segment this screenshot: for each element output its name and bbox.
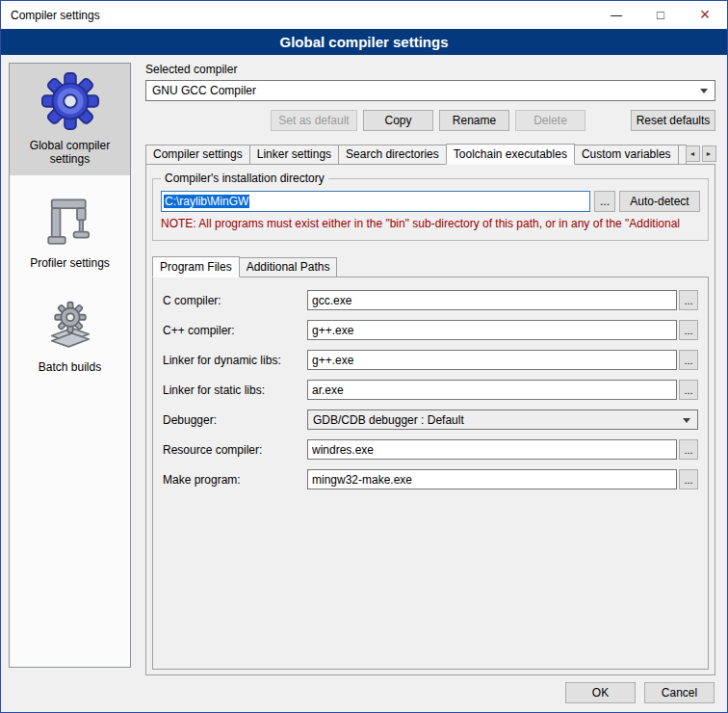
cpp-compiler-input[interactable] <box>307 320 677 340</box>
cpp-compiler-browse-button[interactable]: ... <box>679 320 698 340</box>
program-files-panel: C compiler: ... C++ compiler: ... Linker… <box>152 277 709 670</box>
copy-button[interactable]: Copy <box>363 110 433 131</box>
toolchain-executables-panel: Compiler's installation directory C:\ray… <box>145 164 715 675</box>
maximize-icon[interactable]: □ <box>638 1 683 29</box>
program-files-tabstrip: Program Files Additional Paths <box>152 256 709 277</box>
auto-detect-button[interactable]: Auto-detect <box>619 191 700 212</box>
tab-scroll-right-icon[interactable]: ► <box>702 145 716 162</box>
page-title: Global compiler settings <box>1 29 727 55</box>
resource-compiler-input[interactable] <box>307 439 677 460</box>
window-controls: — □ × <box>594 1 727 29</box>
sidebar-item-batch-builds[interactable]: Batch builds <box>10 291 130 383</box>
debugger-combobox[interactable]: GDB/CDB debugger : Default <box>307 409 698 430</box>
settings-sidebar: Global compiler settings Profiler settin… <box>9 63 131 668</box>
compiler-combobox[interactable]: GNU GCC Compiler <box>145 80 715 101</box>
install-dir-input[interactable]: C:\raylib\MinGW <box>161 191 590 212</box>
c-compiler-input[interactable] <box>307 290 677 310</box>
tab-additional-paths[interactable]: Additional Paths <box>239 257 338 277</box>
clamp-icon <box>43 195 97 249</box>
resource-compiler-browse-button[interactable]: ... <box>679 439 698 460</box>
field-row-resource-compiler: Resource compiler: ... <box>163 439 698 460</box>
sidebar-item-label: Global compiler settings <box>12 139 128 166</box>
field-row-make-program: Make program: ... <box>163 469 698 489</box>
field-row-cpp-compiler: C++ compiler: ... <box>163 320 698 340</box>
sidebar-item-label: Batch builds <box>12 360 128 374</box>
tab-custom-variables[interactable]: Custom variables <box>574 145 679 164</box>
gear-stack-icon <box>43 299 97 353</box>
install-dir-browse-button[interactable]: ... <box>594 191 615 212</box>
dialog-footer: OK Cancel <box>565 682 715 703</box>
dynamic-linker-label: Linker for dynamic libs: <box>163 354 307 367</box>
main-panel: Selected compiler GNU GCC Compiler Set a… <box>145 63 715 675</box>
field-row-static-linker: Linker for static libs: ... <box>163 380 698 400</box>
chevron-down-icon <box>683 418 690 423</box>
sidebar-item-profiler-settings[interactable]: Profiler settings <box>10 187 130 279</box>
make-program-browse-button[interactable]: ... <box>679 469 698 489</box>
dynamic-linker-browse-button[interactable]: ... <box>679 350 698 370</box>
installation-directory-label: Compiler's installation directory <box>161 172 328 185</box>
tab-program-files[interactable]: Program Files <box>152 256 240 277</box>
tab-search-directories[interactable]: Search directories <box>338 145 447 164</box>
field-row-debugger: Debugger: GDB/CDB debugger : Default <box>163 409 698 430</box>
set-as-default-button[interactable]: Set as default <box>271 110 357 131</box>
static-linker-input[interactable] <box>307 380 677 400</box>
debugger-label: Debugger: <box>163 413 307 427</box>
chevron-down-icon <box>700 89 708 93</box>
delete-button[interactable]: Delete <box>515 110 585 131</box>
tab-linker-settings[interactable]: Linker settings <box>249 145 339 164</box>
cpp-compiler-label: C++ compiler: <box>163 324 307 337</box>
static-linker-browse-button[interactable]: ... <box>679 380 698 400</box>
dynamic-linker-input[interactable] <box>307 350 677 370</box>
close-icon[interactable]: × <box>683 1 727 29</box>
install-dir-selected-text: C:\raylib\MinGW <box>164 195 249 208</box>
titlebar: Compiler settings — □ × <box>1 1 727 29</box>
sidebar-item-global-compiler-settings[interactable]: Global compiler settings <box>10 64 130 175</box>
tab-scroll-controls: ◄ ► <box>686 145 716 162</box>
c-compiler-label: C compiler: <box>163 294 307 307</box>
settings-tabstrip: Compiler settings Linker settings Search… <box>145 144 715 164</box>
c-compiler-browse-button[interactable]: ... <box>679 290 698 310</box>
static-linker-label: Linker for static libs: <box>163 383 307 397</box>
make-program-label: Make program: <box>163 473 307 487</box>
tab-toolchain-executables[interactable]: Toolchain executables <box>446 144 575 165</box>
installation-directory-row: C:\raylib\MinGW ... Auto-detect <box>161 191 700 212</box>
compiler-combobox-value: GNU GCC Compiler <box>152 84 256 97</box>
resource-compiler-label: Resource compiler: <box>163 443 307 457</box>
window-title: Compiler settings <box>1 9 100 22</box>
reset-defaults-button[interactable]: Reset defaults <box>631 110 715 131</box>
minimize-icon[interactable]: — <box>594 1 638 29</box>
field-row-dynamic-linker: Linker for dynamic libs: ... <box>163 350 698 370</box>
debugger-combobox-value: GDB/CDB debugger : Default <box>313 413 464 427</box>
cancel-button[interactable]: Cancel <box>644 682 715 703</box>
compiler-settings-dialog: Compiler settings — □ × Global compiler … <box>0 0 728 713</box>
installation-directory-group: Compiler's installation directory C:\ray… <box>152 178 709 241</box>
bin-subdirectory-note: NOTE: All programs must exist either in … <box>161 217 700 230</box>
sidebar-item-label: Profiler settings <box>12 256 128 270</box>
ok-button[interactable]: OK <box>565 682 636 703</box>
gear-icon <box>40 71 100 131</box>
rename-button[interactable]: Rename <box>439 110 509 131</box>
selected-compiler-label: Selected compiler <box>145 63 715 76</box>
tab-scroll-left-icon[interactable]: ◄ <box>686 145 700 162</box>
compiler-toolbar: Set as default Copy Rename Delete Reset … <box>145 110 715 131</box>
make-program-input[interactable] <box>307 469 677 489</box>
field-row-c-compiler: C compiler: ... <box>163 290 698 310</box>
tab-compiler-settings[interactable]: Compiler settings <box>145 145 250 164</box>
